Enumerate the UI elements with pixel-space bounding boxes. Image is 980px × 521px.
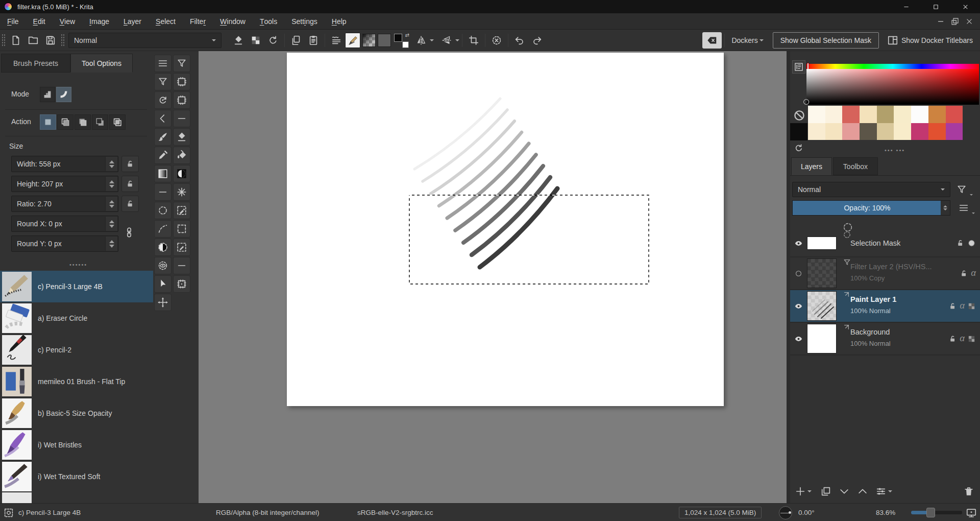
- redo-button[interactable]: [528, 32, 546, 49]
- preserve-alpha-button[interactable]: [247, 32, 264, 49]
- show-docker-titlebars-button[interactable]: Show Docker Titlebars: [901, 36, 973, 44]
- tab-layers[interactable]: Layers: [791, 157, 832, 175]
- chevron-down-icon[interactable]: [430, 39, 434, 43]
- tool-move[interactable]: [154, 294, 172, 311]
- layer-row[interactable]: Paint Layer 1100% Normalα: [790, 290, 980, 323]
- reload-colors-icon[interactable]: [793, 142, 805, 154]
- menu-file[interactable]: File: [0, 13, 26, 29]
- color-selector-settings-icon[interactable]: [792, 60, 805, 74]
- reload-preset-button[interactable]: [264, 32, 282, 49]
- image-size-memory[interactable]: 1,024 x 1,024 (5.0 MiB): [679, 507, 762, 518]
- tool-pointer[interactable]: [154, 275, 172, 293]
- canvas-area[interactable]: [199, 51, 787, 503]
- tool-transform-b[interactable]: [173, 91, 190, 109]
- lock-icon[interactable]: [956, 239, 965, 248]
- panel-divider[interactable]: [787, 51, 790, 503]
- layer-thumbnail[interactable]: [807, 291, 837, 321]
- action-replace-button[interactable]: [40, 114, 56, 130]
- layer-visibility-eye-icon[interactable]: [792, 333, 804, 345]
- tool-filter-b[interactable]: [154, 73, 172, 90]
- layer-row[interactable]: Background100% Normalα: [790, 323, 980, 356]
- menu-settings[interactable]: Settings: [284, 13, 325, 29]
- paste-button[interactable]: [305, 32, 322, 49]
- tab-brush-presets[interactable]: Brush Presets: [1, 54, 70, 73]
- undo-button[interactable]: [511, 32, 528, 49]
- move-layer-down-button[interactable]: [837, 484, 851, 499]
- color-swatch[interactable]: [825, 123, 843, 140]
- pattern-chooser-button[interactable]: [378, 34, 391, 47]
- no-color-icon[interactable]: [792, 108, 806, 123]
- minimize-button[interactable]: [891, 0, 921, 13]
- panel-drag-handle[interactable]: ••••••: [69, 262, 87, 268]
- color-swatch[interactable]: [946, 123, 963, 140]
- tool-rotate[interactable]: [154, 91, 172, 109]
- mdi-restore-icon[interactable]: [949, 16, 961, 27]
- color-swatch[interactable]: [877, 106, 894, 123]
- layer-row[interactable]: Filter Layer 2 (HSV/HS...100% Copyα: [790, 257, 980, 290]
- action-add-button[interactable]: [75, 114, 91, 130]
- color-swatch[interactable]: [808, 123, 825, 140]
- tool-contrast[interactable]: [173, 165, 190, 182]
- color-swatch[interactable]: [877, 123, 894, 140]
- tab-toolbox[interactable]: Toolbox: [833, 157, 878, 175]
- clear-button[interactable]: [702, 32, 722, 49]
- zoom-slider[interactable]: [911, 511, 962, 514]
- spinner-arrows[interactable]: [105, 236, 117, 251]
- spinner-arrows[interactable]: [105, 157, 117, 171]
- add-layer-button[interactable]: [793, 484, 807, 499]
- menu-edit[interactable]: Edit: [26, 13, 53, 29]
- tool-magic-wand[interactable]: [173, 183, 190, 201]
- selection-mask-icon[interactable]: [967, 239, 976, 248]
- action-symmetric-difference-button[interactable]: [109, 114, 126, 130]
- duplicate-layer-button[interactable]: [819, 484, 833, 499]
- tool-transform-a[interactable]: [173, 73, 190, 90]
- choose-brush-preset-button[interactable]: [328, 32, 345, 49]
- mode-pixel-button[interactable]: [40, 87, 55, 102]
- color-swatch[interactable]: [860, 106, 877, 123]
- layer-row[interactable]: Selection Mask: [790, 230, 980, 257]
- close-button[interactable]: [950, 0, 980, 13]
- brush-preset-row[interactable]: memileo 01 Brush - Flat Tip: [0, 366, 153, 397]
- height-spinbox[interactable]: Height: 207 px: [11, 176, 118, 192]
- inherit-alpha-icon[interactable]: [967, 335, 976, 343]
- brush-preset-row[interactable]: i) Wet Bristles: [0, 429, 153, 461]
- lock-icon[interactable]: [948, 302, 957, 311]
- current-brush-preset-button[interactable]: [345, 33, 360, 48]
- brush-preset-row[interactable]: a) Eraser Circle: [0, 302, 153, 334]
- inherit-alpha-icon[interactable]: [967, 302, 976, 311]
- tool-edit-select[interactable]: [173, 239, 190, 256]
- layer-visibility-eye-icon[interactable]: [792, 300, 804, 312]
- new-document-button[interactable]: [7, 32, 24, 49]
- canvas-rotation-dial[interactable]: [779, 506, 792, 519]
- tool-gradient[interactable]: [154, 165, 172, 182]
- background-color-swatch[interactable]: [402, 41, 409, 48]
- dockers-menu-button[interactable]: Dockers: [727, 36, 767, 44]
- toolbar-grip[interactable]: [2, 34, 6, 47]
- action-subtract-button[interactable]: [92, 114, 108, 130]
- menu-filter[interactable]: Filter: [183, 13, 213, 29]
- color-swatch[interactable]: [842, 106, 860, 123]
- menu-layer[interactable]: Layer: [116, 13, 149, 29]
- tool-magnetic-select[interactable]: [154, 257, 172, 274]
- layer-visibility-hidden-icon[interactable]: [792, 267, 804, 279]
- tool-dash-a[interactable]: [173, 110, 190, 127]
- action-intersect-button[interactable]: [57, 114, 74, 130]
- docker-titlebars-icon[interactable]: [884, 32, 901, 49]
- tool-dash-b[interactable]: [154, 183, 172, 201]
- tool-ellipse-select[interactable]: [154, 202, 172, 219]
- chevron-down-icon[interactable]: [455, 39, 459, 43]
- menu-view[interactable]: View: [53, 13, 82, 29]
- color-swatch[interactable]: [894, 106, 911, 123]
- layer-thumbnail[interactable]: [807, 324, 837, 353]
- layer-filter-icon[interactable]: [953, 182, 970, 197]
- menu-image[interactable]: Image: [82, 13, 116, 29]
- tool-similar-select[interactable]: [154, 239, 172, 256]
- foreground-background-colors[interactable]: ⇄: [394, 33, 409, 48]
- wraparound-mode-button[interactable]: [488, 32, 505, 49]
- menu-window[interactable]: Window: [213, 13, 253, 29]
- chevron-down-icon[interactable]: [807, 490, 812, 494]
- panel-drag-handle[interactable]: ••• •••: [885, 147, 905, 153]
- tab-tool-options[interactable]: Tool Options: [70, 54, 133, 73]
- spinner-arrows[interactable]: [941, 201, 950, 215]
- tool-eraser[interactable]: [173, 128, 190, 146]
